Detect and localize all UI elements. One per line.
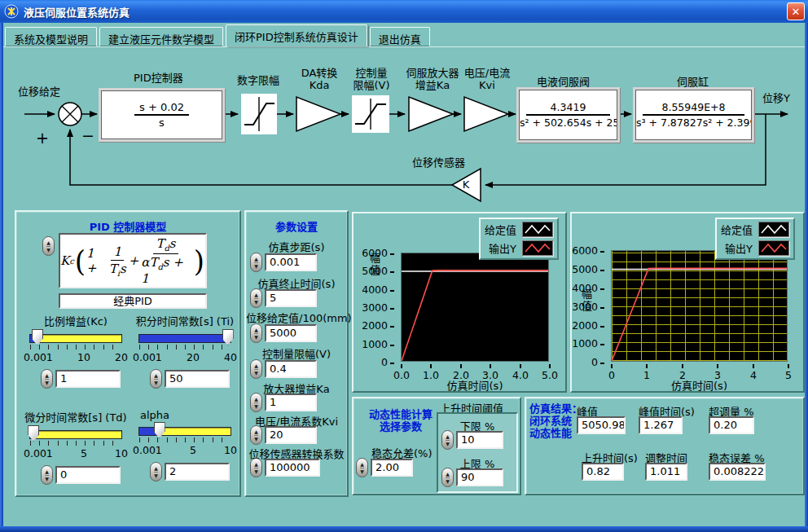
param-step-value[interactable]: 0.001 [265, 253, 317, 271]
gain-triangle-da [296, 97, 340, 131]
slider-alpha-spinner[interactable]: ▲▼ [150, 462, 162, 481]
chart-panel-left: 给定值 输出Y 幅值 6000 5000 4000 3000 2000 1000… [352, 212, 567, 393]
param-kvi-value[interactable]: 20 [265, 426, 317, 444]
digital-limit-label: 数字限幅 [237, 72, 279, 87]
slider-kc-value[interactable]: 1 [55, 370, 121, 388]
slider-td-track[interactable] [29, 430, 122, 439]
spinner-down-icon: ▼ [254, 402, 258, 410]
tolerance-spinner[interactable]: ▲▼ [356, 458, 368, 477]
spinner-down-icon: ▼ [254, 369, 258, 376]
param-setpoint-value[interactable]: 5000 [265, 324, 317, 342]
spinner-up-icon: ▲ [254, 256, 258, 262]
spinner-up-icon: ▲ [254, 292, 258, 298]
spinner-down-icon: ▼ [446, 440, 450, 447]
chart-right-plot [611, 250, 788, 362]
slider-ti-spinner[interactable]: ▲▼ [150, 369, 162, 389]
close-button[interactable]: ✕ [787, 2, 805, 20]
legend-output-icon[interactable] [758, 240, 789, 256]
spinner-down-icon: ▼ [46, 246, 50, 253]
spinner-up-icon: ▲ [254, 327, 258, 333]
param-sensor-value[interactable]: 100000 [265, 459, 320, 477]
param-step-spinner[interactable]: ▲▼ [250, 253, 262, 272]
slider-kc-ticks [30, 345, 121, 350]
slider-ti-value[interactable]: 50 [165, 370, 230, 388]
spinner-down-icon: ▼ [446, 477, 450, 485]
slider-alpha-label: alpha [132, 409, 238, 421]
param-ctrllimit-value[interactable]: 0.4 [265, 360, 317, 378]
ytick: 2000 [572, 319, 604, 332]
slider-kc-spinner[interactable]: ▲▼ [41, 369, 53, 389]
param-ka-value[interactable]: 1 [265, 394, 317, 411]
spinner-down-icon: ▼ [360, 468, 364, 475]
spinner-down-icon: ▼ [154, 379, 158, 386]
tolerance-value[interactable]: 2.00 [371, 459, 413, 477]
slider-ti-ticks [139, 345, 231, 350]
legend-given-icon[interactable] [522, 222, 553, 237]
peak-value: 5050.98 [577, 416, 626, 434]
pid-tf-denominator: s [134, 116, 189, 129]
results-caption: 仿真结果： 闭环系统 动态性能 [529, 402, 582, 439]
settle-time-value: 1.011 [645, 463, 687, 481]
legend-given-icon[interactable] [758, 222, 789, 237]
paren-right: ) [194, 244, 204, 278]
spinner-up-icon: ▲ [446, 471, 450, 477]
lower-value[interactable]: 10 [456, 431, 503, 449]
param-kvi-spinner[interactable]: ▲▼ [250, 425, 262, 445]
tick-mid: 10 [77, 351, 90, 363]
da-label-line1: DA转换 [294, 67, 345, 79]
pid-type-display[interactable]: 经典PID [59, 293, 207, 309]
frac1-num: 1 [111, 244, 124, 261]
close-icon: ✕ [792, 6, 801, 18]
title-bar[interactable]: 液压伺服位置系统仿真 ✕ [0, 0, 808, 23]
tab-build-model[interactable]: 建立液压元件数学模型 [99, 27, 223, 46]
vi-label: 电压/电流 Kvi [458, 67, 516, 91]
legend-output-icon[interactable] [522, 240, 553, 256]
tick-min: 0.001 [24, 351, 53, 363]
frac2-den: αTds + 1 [141, 254, 190, 286]
slider-kc-thumb[interactable] [32, 329, 43, 345]
param-ka-spinner[interactable]: ▲▼ [250, 393, 262, 412]
sensor-label: 位移传感器 [412, 154, 465, 169]
spinner-down-icon: ▼ [254, 435, 258, 442]
slider-td-spinner[interactable]: ▲▼ [41, 465, 53, 485]
param-endtime-spinner[interactable]: ▲▼ [250, 288, 262, 308]
ctrl-limit-line1: 控制量 [348, 67, 395, 79]
frac2-num: Tds [153, 236, 178, 254]
param-endtime-value[interactable]: 5 [265, 289, 317, 307]
upper-spinner[interactable]: ▲▼ [441, 468, 454, 487]
valve-tf-denominator: s² + 502.654s + 25 [520, 116, 617, 129]
sum-junction [59, 103, 81, 125]
upper-value[interactable]: 90 [456, 468, 503, 486]
slider-td-thumb[interactable] [28, 425, 39, 442]
slider-ti-ticklabels: 0.001 20 40 [132, 351, 238, 363]
lower-spinner[interactable]: ▲▼ [441, 430, 454, 450]
param-ctrllimit-spinner[interactable]: ▲▼ [250, 359, 262, 379]
slider-alpha: alpha 0.001 5 10 ▲▼ 2 [132, 409, 238, 481]
formula-plus: + [129, 253, 139, 268]
chart-right-legend: 给定值 输出Y [715, 218, 795, 260]
param-setpoint-spinner[interactable]: ▲▼ [250, 323, 262, 343]
input-label: 位移给定 [18, 83, 60, 99]
spinner-down-icon: ▼ [45, 475, 49, 482]
valve-tf-numerator: 4.3419 [526, 101, 609, 116]
slider-alpha-track[interactable] [138, 427, 231, 436]
tick-max: 10 [115, 447, 128, 459]
tab-exit[interactable]: 退出仿真 [370, 27, 430, 46]
slider-kc-track[interactable] [29, 334, 122, 343]
slider-td-value[interactable]: 0 [55, 466, 121, 484]
spinner-up-icon: ▲ [446, 433, 450, 440]
spinner-down-icon: ▼ [254, 262, 258, 270]
slider-ti-thumb[interactable] [222, 329, 234, 345]
tab-system-description[interactable]: 系统及模型说明 [5, 27, 97, 46]
chart-left-plot [401, 253, 549, 362]
tab-pid-simulation[interactable]: 闭环PID控制系统仿真设计 [226, 24, 367, 46]
formula-spinner[interactable]: ▲ ▼ [42, 236, 55, 256]
slider-ti-track[interactable] [138, 334, 231, 343]
pid-formula-display: Kc( 1 + 1 Tis + Tds αTds + 1 ) [59, 233, 207, 288]
ytick: 4000 [362, 284, 394, 296]
slider-alpha-value[interactable]: 2 [165, 463, 230, 481]
sensor-gain-label: K [458, 178, 474, 191]
param-sensor-spinner[interactable]: ▲▼ [250, 458, 262, 477]
vi-label-line1: 电压/电流 [458, 67, 516, 79]
slider-alpha-thumb[interactable] [154, 422, 165, 438]
